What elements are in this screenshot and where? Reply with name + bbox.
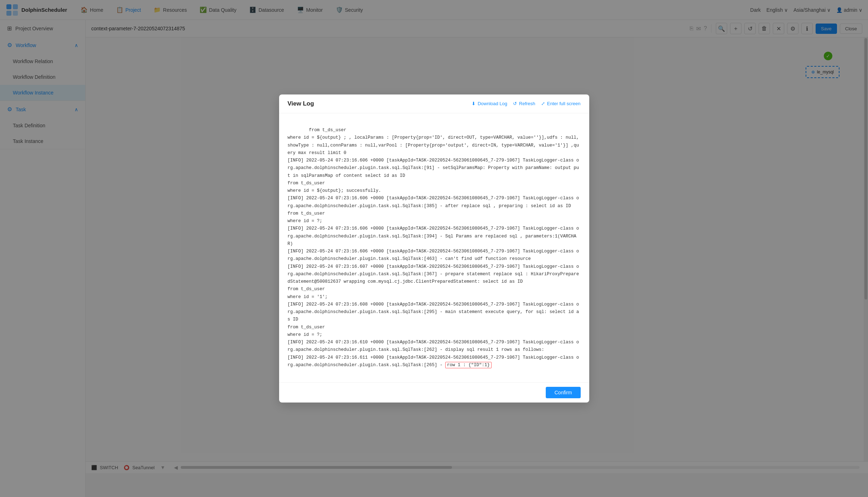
- fullscreen-button[interactable]: ⤢ Enter full screen: [541, 101, 581, 106]
- refresh-log-button[interactable]: ↺ Refresh: [513, 101, 535, 106]
- refresh-icon: ↺: [513, 101, 517, 106]
- download-icon: ⬇: [472, 101, 476, 106]
- modal-footer: Confirm: [279, 382, 589, 403]
- log-text-before: from t_ds_user where id = ${output} ; , …: [288, 128, 579, 368]
- view-log-modal: View Log ⬇ Download Log ↺ Refresh ⤢ Ente…: [279, 94, 589, 403]
- log-content: from t_ds_user where id = ${output} ; , …: [288, 119, 581, 377]
- download-log-button[interactable]: ⬇ Download Log: [472, 101, 507, 106]
- fullscreen-label: Enter full screen: [547, 101, 581, 106]
- modal-overlay: View Log ⬇ Download Log ↺ Refresh ⤢ Ente…: [0, 0, 868, 497]
- fullscreen-icon: ⤢: [541, 101, 545, 106]
- modal-body: from t_ds_user where id = ${output} ; , …: [279, 113, 589, 383]
- modal-title: View Log: [288, 100, 314, 107]
- modal-actions: ⬇ Download Log ↺ Refresh ⤢ Enter full sc…: [472, 101, 581, 106]
- modal-header: View Log ⬇ Download Log ↺ Refresh ⤢ Ente…: [279, 94, 589, 113]
- refresh-log-label: Refresh: [519, 101, 535, 106]
- download-log-label: Download Log: [478, 101, 507, 106]
- confirm-button[interactable]: Confirm: [546, 387, 580, 398]
- log-highlight: row 1 : {"ID":1}: [445, 362, 492, 368]
